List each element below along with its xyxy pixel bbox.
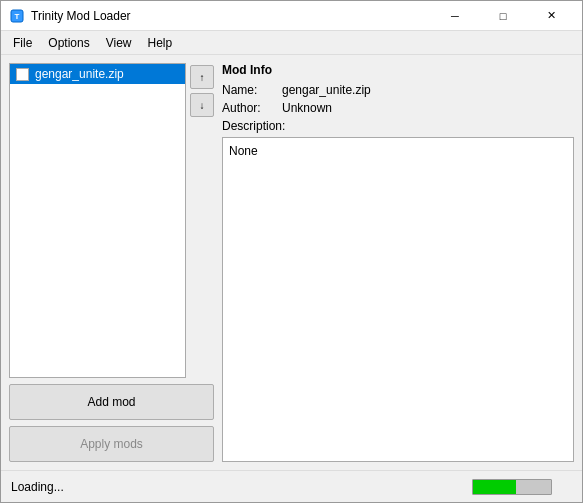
window-controls: ─ □ ✕: [432, 1, 574, 31]
move-down-button[interactable]: ↓: [190, 93, 214, 117]
add-mod-button[interactable]: Add mod: [9, 384, 214, 420]
maximize-button[interactable]: □: [480, 1, 526, 31]
move-up-button[interactable]: ↑: [190, 65, 214, 89]
main-window: T Trinity Mod Loader ─ □ ✕ File Options …: [0, 0, 583, 503]
action-buttons: Add mod Apply mods: [9, 384, 214, 462]
apply-mods-button[interactable]: Apply mods: [9, 426, 214, 462]
minimize-button[interactable]: ─: [432, 1, 478, 31]
status-text: Loading...: [11, 480, 64, 494]
description-label: Description:: [222, 119, 574, 133]
list-area-wrapper: gengar_unite.zip ↑ ↓: [9, 63, 214, 378]
close-button[interactable]: ✕: [528, 1, 574, 31]
menu-help[interactable]: Help: [140, 33, 181, 53]
name-value: gengar_unite.zip: [282, 83, 371, 97]
mod-list[interactable]: gengar_unite.zip: [9, 63, 186, 378]
author-value: Unknown: [282, 101, 332, 115]
menu-view[interactable]: View: [98, 33, 140, 53]
window-title: Trinity Mod Loader: [31, 9, 432, 23]
author-label: Author:: [222, 101, 282, 115]
menu-options[interactable]: Options: [40, 33, 97, 53]
description-box: None: [222, 137, 574, 462]
list-item[interactable]: gengar_unite.zip: [10, 64, 185, 84]
app-icon: T: [9, 8, 25, 24]
progress-bar-container: [472, 479, 552, 495]
menu-file[interactable]: File: [5, 33, 40, 53]
mod-info-title: Mod Info: [222, 63, 574, 77]
mod-checkbox[interactable]: [16, 68, 29, 81]
progress-bar-fill: [473, 480, 516, 494]
status-bar: Loading...: [1, 470, 582, 502]
arrow-buttons: ↑ ↓: [190, 63, 214, 378]
title-bar: T Trinity Mod Loader ─ □ ✕: [1, 1, 582, 31]
mod-name: gengar_unite.zip: [35, 67, 124, 81]
mod-author-row: Author: Unknown: [222, 101, 574, 115]
main-content: gengar_unite.zip ↑ ↓ Add mod Apply mods …: [1, 55, 582, 470]
menu-bar: File Options View Help: [1, 31, 582, 55]
right-panel: Mod Info Name: gengar_unite.zip Author: …: [222, 63, 574, 462]
mod-name-row: Name: gengar_unite.zip: [222, 83, 574, 97]
svg-text:T: T: [15, 12, 20, 21]
left-panel: gengar_unite.zip ↑ ↓ Add mod Apply mods: [9, 63, 214, 462]
description-value: None: [229, 144, 258, 158]
name-label: Name:: [222, 83, 282, 97]
